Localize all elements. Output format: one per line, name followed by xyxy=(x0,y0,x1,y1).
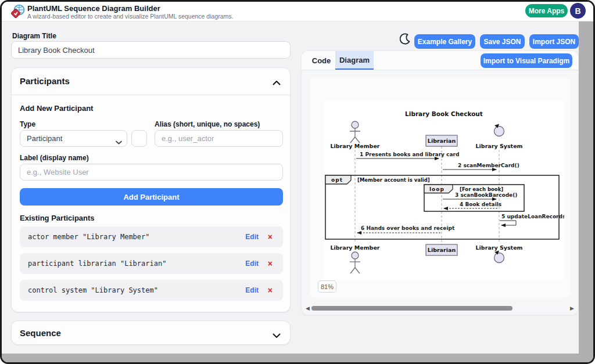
seq-self-message-line xyxy=(500,221,516,225)
participant-color-box[interactable] xyxy=(131,130,147,147)
participant-code: participant librarian "Librarian" xyxy=(28,260,166,268)
opt-keyword: opt xyxy=(331,177,343,183)
participant-name: Library System xyxy=(476,143,523,149)
existing-participants-heading: Existing Participants xyxy=(20,214,95,222)
actor-icon xyxy=(350,121,360,143)
participants-card: Participants Add New Participant Type Al… xyxy=(11,67,291,312)
seq-message-label: 4 Book details xyxy=(460,201,501,207)
window-right-gutter xyxy=(579,21,593,354)
app-logo-icon xyxy=(10,4,26,19)
diagram-panel: Code Diagram Import to Visual Paradigm L… xyxy=(301,51,579,315)
app-title: PlantUML Sequence Diagram Builder xyxy=(27,4,160,13)
edit-participant-button[interactable]: Edit xyxy=(245,260,259,268)
tab-bar: Code Diagram Import to Visual Paradigm xyxy=(302,51,578,70)
label-input[interactable] xyxy=(20,164,283,181)
participants-title: Participants xyxy=(20,76,70,86)
participant-code: control system "Library System" xyxy=(28,286,158,294)
seq-message-label: 5 updateLoanRecords() xyxy=(501,214,564,219)
add-participant-button[interactable]: Add Participant xyxy=(20,188,283,206)
participant-row: control system "Library System" Edit × xyxy=(20,280,283,301)
loop-guard: [For each book] xyxy=(460,186,503,192)
save-json-button[interactable]: Save JSON xyxy=(480,34,525,49)
remove-participant-button[interactable]: × xyxy=(268,259,273,268)
participant-name: Library Member xyxy=(330,244,379,251)
participant-name: Librarian xyxy=(428,247,456,253)
seq-message-label: 1 Presents books and library card xyxy=(360,152,459,157)
type-select-wrap: Participant xyxy=(20,130,127,147)
app-subtitle: A wizard-based editor to create and visu… xyxy=(27,13,233,20)
scrollbar-right-arrow-icon[interactable]: ▶ xyxy=(570,304,574,312)
participants-accordion-header[interactable]: Participants xyxy=(12,68,290,95)
seq-title: Library Book Checkout xyxy=(405,110,483,117)
participant-row: actor member "Library Member" Edit × xyxy=(20,226,283,247)
actor-icon xyxy=(350,252,360,273)
participant-row: participant librarian "Librarian" Edit × xyxy=(20,253,283,274)
alias-input[interactable] xyxy=(155,130,283,147)
import-to-visual-paradigm-button[interactable]: Import to Visual Paradigm xyxy=(481,53,572,68)
add-participant-heading: Add New Participant xyxy=(20,104,93,113)
scrollbar-thumb[interactable] xyxy=(311,306,512,311)
label-field-label: Label (display name) xyxy=(20,154,89,162)
participant-name: Library Member xyxy=(330,143,379,149)
user-avatar[interactable]: B xyxy=(570,3,586,19)
control-icon xyxy=(494,253,504,263)
type-label: Type xyxy=(20,120,35,128)
app-window: PlantUML Sequence Diagram Builder A wiza… xyxy=(0,0,595,364)
participant-name: Library System xyxy=(476,244,523,251)
diagram-preview: Library Book Checkout Library Member xyxy=(310,77,571,298)
alias-label: Alias (short, unique, no spaces) xyxy=(155,120,260,128)
window-bottom-gutter xyxy=(2,354,593,362)
remove-participant-button[interactable]: × xyxy=(268,232,273,242)
chevron-down-icon xyxy=(273,330,281,341)
tab-diagram[interactable]: Diagram xyxy=(335,51,374,70)
participant-code: actor member "Library Member" xyxy=(28,233,150,241)
seq-message-label: 2 scanMemberCard() xyxy=(458,163,519,168)
participant-type-select[interactable]: Participant xyxy=(20,130,127,147)
loop-keyword: loop xyxy=(429,186,445,192)
opt-guard: [Member account is valid] xyxy=(357,177,430,183)
horizontal-scrollbar[interactable]: ◀ ▶ xyxy=(304,304,576,312)
example-gallery-button[interactable]: Example Gallery xyxy=(414,34,475,49)
scrollbar-left-arrow-icon[interactable]: ◀ xyxy=(306,304,310,312)
dark-mode-moon-icon[interactable] xyxy=(398,33,411,48)
control-icon xyxy=(494,127,504,136)
sequence-accordion-header[interactable]: Sequence xyxy=(11,320,291,345)
app-header: PlantUML Sequence Diagram Builder A wiza… xyxy=(2,2,593,21)
import-json-button[interactable]: Import JSON xyxy=(529,34,579,49)
divider xyxy=(12,95,290,95)
edit-participant-button[interactable]: Edit xyxy=(245,233,259,241)
edit-participant-button[interactable]: Edit xyxy=(245,286,259,294)
tab-code[interactable]: Code xyxy=(307,51,335,70)
diagram-title-label: Diagram Title xyxy=(12,32,56,40)
seq-message-label: 6 Hands over books and receipt xyxy=(361,225,455,231)
zoom-level-badge: 81% xyxy=(318,280,336,293)
seq-message-label: 3 scanBookBarcode() xyxy=(455,192,517,198)
sequence-diagram-image: Library Book Checkout Library Member xyxy=(324,101,564,280)
sequence-title: Sequence xyxy=(20,328,61,338)
chevron-up-icon xyxy=(273,77,281,88)
diagram-title-input[interactable] xyxy=(11,41,291,59)
remove-participant-button[interactable]: × xyxy=(268,286,273,295)
participant-name: Librarian xyxy=(428,138,456,144)
more-apps-button[interactable]: More Apps xyxy=(525,4,568,17)
